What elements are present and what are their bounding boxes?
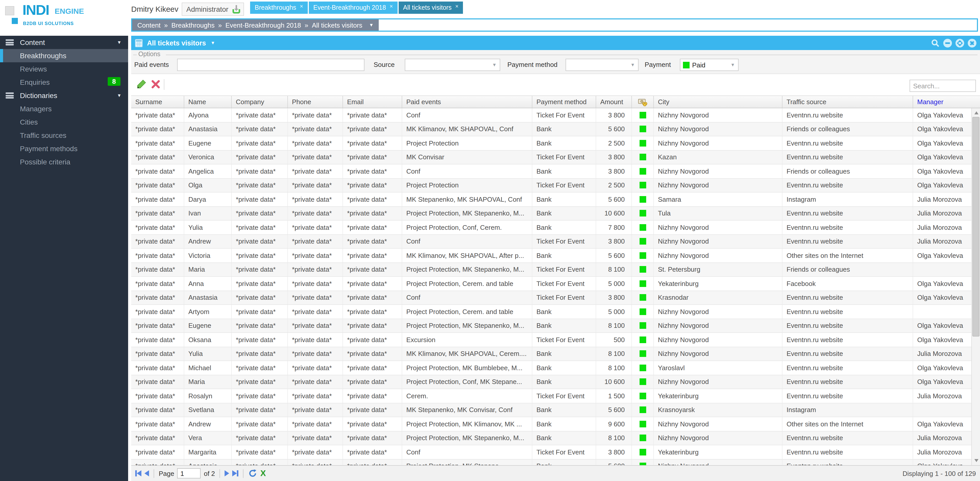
table-row[interactable]: *private data*Veronica*private data**pri… xyxy=(131,150,980,164)
cell-company: *private data* xyxy=(232,361,288,374)
cell-company: *private data* xyxy=(232,136,288,150)
table-row[interactable]: *private data*Margarita*private data**pr… xyxy=(131,445,980,459)
cell-manager: Olga Yakovleva xyxy=(913,459,980,465)
breadcrumb-item[interactable]: Breakthroughs xyxy=(172,21,215,29)
table-row[interactable]: *private data*Oksana*private data**priva… xyxy=(131,333,980,347)
table-row[interactable]: *private data*Michael*private data**priv… xyxy=(131,361,980,375)
breadcrumb-item[interactable]: All tickets visitors xyxy=(312,21,363,29)
search-icon[interactable] xyxy=(931,38,940,47)
search-input[interactable] xyxy=(910,80,976,92)
role-selector[interactable]: Administrator xyxy=(182,3,244,16)
tab-event-breakthrough-2018[interactable]: Event-Breakthrough 2018× xyxy=(309,2,398,14)
column-header-paid[interactable] xyxy=(632,96,654,108)
scrollbar-thumb[interactable] xyxy=(972,117,980,336)
column-header-email[interactable]: Email xyxy=(343,96,402,108)
column-header-company[interactable]: Company xyxy=(232,96,288,108)
vertical-scrollbar[interactable] xyxy=(971,108,980,465)
table-row[interactable]: *private data*Victoria*private data**pri… xyxy=(131,248,980,263)
table-row[interactable]: *private data*Andrew*private data**priva… xyxy=(131,417,980,431)
breadcrumb-item[interactable]: Content xyxy=(137,21,161,29)
table-row[interactable]: *private data*Yulia*private data**privat… xyxy=(131,347,980,361)
table-row[interactable]: *private data*Maria*private data**privat… xyxy=(131,263,980,277)
paid-events-input[interactable] xyxy=(177,59,364,71)
table-row[interactable]: *private data*Anastasia*private data**pr… xyxy=(131,459,980,465)
table-row[interactable]: *private data*Angelica*private data**pri… xyxy=(131,164,980,178)
expand-icon[interactable] xyxy=(956,38,964,47)
column-header-phone[interactable]: Phone xyxy=(288,96,343,108)
cell-manager: Julia Morozova xyxy=(913,207,980,220)
table-row[interactable]: *private data*Alyona*private data**priva… xyxy=(131,108,980,122)
table-row[interactable]: *private data*Anastasia*private data**pr… xyxy=(131,122,980,136)
cell-traffic_source: Eventnn.ru website xyxy=(783,221,913,234)
column-header-payment_method[interactable]: Payment method xyxy=(532,96,596,108)
column-header-city[interactable]: City xyxy=(654,96,783,108)
table-row[interactable]: *private data*Olga*private data**private… xyxy=(131,178,980,193)
tab-close-icon[interactable]: × xyxy=(390,3,393,9)
table-row[interactable]: *private data*Vera*private data**private… xyxy=(131,431,980,445)
cell-payment_method: Bank xyxy=(532,431,596,445)
sidebar-item-payment-methods[interactable]: Payment methods xyxy=(0,142,128,155)
column-header-manager[interactable]: Manager xyxy=(913,96,980,108)
tab-close-icon[interactable]: × xyxy=(455,3,458,9)
breadcrumb-caret-icon[interactable]: ▼ xyxy=(369,22,374,27)
excel-export-icon[interactable]: X xyxy=(260,469,266,478)
table-row[interactable]: *private data*Andrew*private data**priva… xyxy=(131,235,980,248)
cell-manager: Julia Morozova xyxy=(913,445,980,459)
table-row[interactable]: *private data*Eugene*private data**priva… xyxy=(131,319,980,333)
table-row[interactable]: *private data*Eugene*private data**priva… xyxy=(131,136,980,150)
cell-company: *private data* xyxy=(232,122,288,136)
panel-caret-icon[interactable]: ▼ xyxy=(210,40,215,45)
table-row[interactable]: *private data*Anna*private data**private… xyxy=(131,277,980,291)
scroll-down-icon[interactable] xyxy=(974,459,978,462)
tab-label: Breakthroughs xyxy=(255,4,296,11)
column-header-traffic_source[interactable]: Traffic source xyxy=(783,96,913,108)
cell-paid xyxy=(632,291,654,304)
column-header-amount[interactable]: Amount xyxy=(596,96,632,108)
first-page-button[interactable] xyxy=(135,469,142,478)
cell-paid xyxy=(632,108,654,122)
tab-breakthroughs[interactable]: Breakthroughs× xyxy=(250,2,308,14)
sidebar-item-possible-criteria[interactable]: Possible criteria xyxy=(0,155,128,169)
last-page-button[interactable] xyxy=(232,469,239,478)
table-row[interactable]: *private data*Ivan*private data**private… xyxy=(131,207,980,221)
tab-close-icon[interactable]: × xyxy=(300,3,303,9)
cell-email: *private data* xyxy=(343,319,402,333)
sidebar-item-managers[interactable]: Managers xyxy=(0,102,128,115)
cell-city: Nizhny Novgorod xyxy=(654,178,783,192)
column-header-surname[interactable]: Surname xyxy=(131,96,184,108)
payment-method-select[interactable]: ▼ xyxy=(566,59,638,71)
breadcrumb-item[interactable]: Event-Breakthrough 2018 xyxy=(225,21,301,29)
cell-amount: 10 600 xyxy=(596,375,632,389)
scroll-up-icon[interactable] xyxy=(974,111,978,115)
prev-page-button[interactable] xyxy=(145,469,149,478)
refresh-icon[interactable] xyxy=(248,469,257,478)
cell-traffic_source: Eventnn.ru website xyxy=(783,445,913,459)
table-row[interactable]: *private data*Artyom*private data**priva… xyxy=(131,305,980,319)
sidebar-item-dictionaries[interactable]: Dictionaries▼ xyxy=(0,89,128,102)
collapse-icon[interactable] xyxy=(943,38,952,47)
sidebar-item-reviews[interactable]: Reviews xyxy=(0,62,128,76)
edit-icon[interactable] xyxy=(136,79,146,89)
tab-all-tickets-visitors[interactable]: All tickets visitors× xyxy=(398,2,463,14)
table-row[interactable]: *private data*Maria*private data**privat… xyxy=(131,375,980,389)
payment-select[interactable]: Paid ▼ xyxy=(680,59,738,71)
close-icon[interactable] xyxy=(968,38,977,47)
table-row[interactable]: *private data*Anastasia*private data**pr… xyxy=(131,291,980,305)
next-page-button[interactable] xyxy=(224,469,229,478)
sidebar-item-traffic-sources[interactable]: Traffic sources xyxy=(0,129,128,142)
sidebar-item-cities[interactable]: Cities xyxy=(0,115,128,129)
source-select[interactable]: ▼ xyxy=(405,59,500,71)
column-header-paid_events[interactable]: Paid events xyxy=(402,96,532,108)
page-input[interactable] xyxy=(177,468,201,478)
table-row[interactable]: *private data*Darya*private data**privat… xyxy=(131,193,980,207)
sidebar-item-breakthroughs[interactable]: Breakthroughs xyxy=(0,49,128,62)
table-row[interactable]: *private data*Rosalyn*private data**priv… xyxy=(131,389,980,403)
column-header-name[interactable]: Name xyxy=(184,96,232,108)
delete-icon[interactable] xyxy=(151,79,161,89)
sidebar-item-enquiries[interactable]: Enquiries8 xyxy=(0,76,128,89)
table-row[interactable]: *private data*Yulia*private data**privat… xyxy=(131,221,980,235)
sidebar-item-content[interactable]: Content▼ xyxy=(0,36,128,49)
breadcrumb[interactable]: Content»Breakthroughs»Event-Breakthrough… xyxy=(132,19,379,31)
table-row[interactable]: *private data*Svetlana*private data**pri… xyxy=(131,403,980,417)
cell-surname: *private data* xyxy=(131,375,184,389)
